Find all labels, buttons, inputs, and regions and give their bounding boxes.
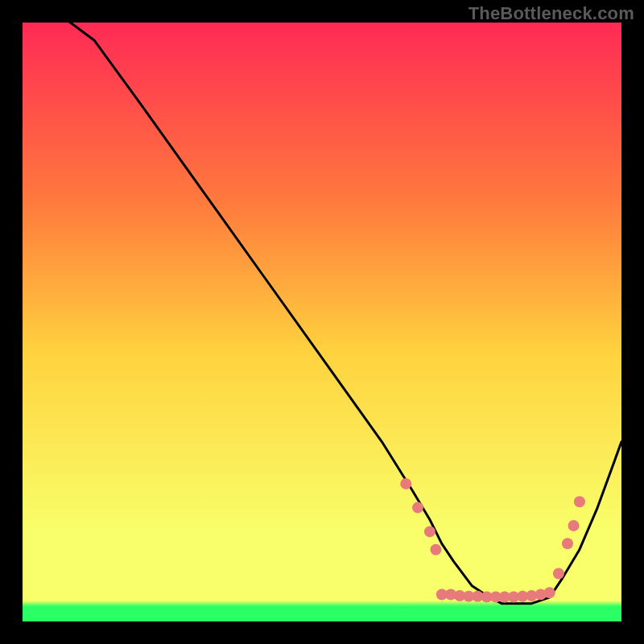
data-marker [430, 544, 441, 555]
gradient-background [23, 23, 621, 621]
data-marker [412, 502, 423, 514]
data-marker [553, 568, 564, 580]
data-marker [568, 520, 580, 531]
data-marker [400, 478, 411, 489]
data-marker [424, 526, 436, 537]
chart-frame: TheBottleneck.com [0, 0, 644, 644]
data-marker [544, 587, 555, 598]
watermark-text: TheBottleneck.com [469, 3, 634, 24]
chart-svg [0, 0, 644, 644]
data-marker [574, 496, 585, 507]
data-marker [562, 538, 573, 549]
